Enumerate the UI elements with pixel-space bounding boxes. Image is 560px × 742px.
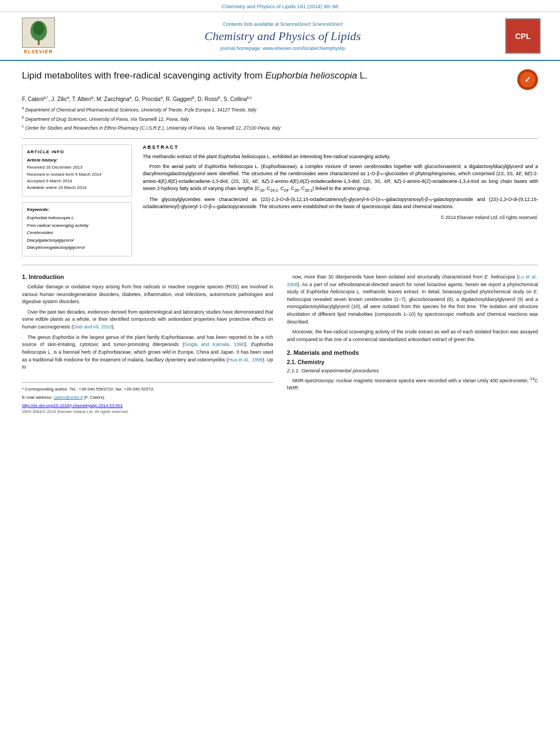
keyword-3: Cerebrosides [27,229,127,237]
accepted-date: Accepted 6 March 2014 [27,178,127,185]
section2-title: 2. Materials and methods [287,349,539,356]
left-column: ARTICLE INFO Article history: Received 1… [22,144,132,256]
footnote-star-text: * Corresponding author. Tel.: +39 040 55… [22,387,154,392]
methods-para1: NMR-spectroscopy: nuclear magnetic reson… [287,376,539,392]
abstract-heading: ABSTRACT [143,144,538,150]
footnote-area: * Corresponding author. Tel.: +39 040 55… [22,382,273,414]
elsevier-logo: ELSEVIER [16,18,60,54]
ref-dixit[interactable]: Dixit and Ali, 2010 [73,324,111,330]
section-divider [22,265,538,265]
article-title-plain: Lipid metabolites with free-radical scav… [22,70,265,81]
affiliation-c: c Center for Studies and Researches in E… [22,124,538,132]
abstract-para3: The glycosylglycerides were characterize… [143,196,538,210]
ref-singla[interactable]: Singla and Kamala, 1990 [184,342,244,347]
article-title-end: L. [357,70,367,81]
received-date: Received 16 December 2013 [27,164,127,171]
section2-1-1-title: 2.1.1. General experimental procedures [287,367,539,373]
journal-homepage[interactable]: journal homepage: www.elsevier.com/locat… [71,46,494,51]
email-link[interactable]: cateni@units.it [54,395,83,400]
doi-line[interactable]: http://dx.doi.org/10.1016/j.chemphyslip.… [22,403,273,408]
page-wrapper: Chemistry and Physics of Lipids 181 (201… [0,0,560,742]
abstract-para1: The methanolic extract of the plant Euph… [143,153,538,160]
keyword-4: Diacylgalactosylglycerol [27,237,127,244]
cpl-logo-box: CPL [505,18,541,54]
contents-link[interactable]: Contents lists available at ScienceDirec… [71,21,494,27]
elsevier-text: ELSEVIER [24,49,53,54]
elsevier-tree-icon [22,18,55,48]
intro-para1: Cellular damage or oxidative injury aris… [22,283,273,306]
ref-hua[interactable]: Hua et al., 1999 [228,357,262,362]
right-column: ABSTRACT The methanolic extract of the p… [143,144,538,256]
svg-point-3 [33,22,44,35]
crossmark-logo[interactable]: ✓ [517,69,538,90]
article-info-box: ARTICLE INFO Article history: Received 1… [22,144,132,197]
affiliation-b: b Department of Drug Sciences, Universit… [22,115,538,123]
section2-1-title: 2.1. Chemistry [287,359,539,365]
journal-header: ELSEVIER Contents lists available at Sci… [0,12,560,61]
keyword-1: Euphorbia helioscopia L. [27,214,127,222]
doi-link[interactable]: http://dx.doi.org/10.1016/j.chemphyslip.… [22,403,123,408]
intro-right-para1: now, more than 30 diterpenoids have been… [287,274,539,326]
abstract-section: ABSTRACT The methanolic extract of the p… [143,144,538,220]
abstract-para2: From the aerial parts of Euphorbia helio… [143,163,538,193]
article-title-row: Lipid metabolites with free-radical scav… [22,69,538,90]
svg-text:✓: ✓ [524,75,531,84]
journal-citation: Chemistry and Physics of Lipids 181 (201… [222,3,338,9]
available-date: Available online 19 March 2014 [27,185,127,191]
keywords-label: Keywords: [27,207,127,212]
abstract-copyright: © 2014 Elsevier Ireland Ltd. All rights … [143,215,538,220]
affiliations-block: a Department of Chemical and Pharmaceuti… [22,105,538,132]
journal-citation-bar: Chemistry and Physics of Lipids 181 (201… [0,0,560,12]
journal-name: Chemistry and Physics of Lipids [71,29,494,43]
keyword-5: Diacylmonogalactosylglycerol [27,244,127,252]
authors-line: F. Catenia,*, J. Zilica, T. Altieria, M.… [22,96,538,102]
revised-date: Received in revised form 5 March 2014 [27,171,127,178]
abstract-text: The methanolic extract of the plant Euph… [143,153,538,210]
journal-title-block: Contents lists available at ScienceDirec… [71,21,494,51]
article-info-abstract-row: ARTICLE INFO Article history: Received 1… [22,138,538,256]
keywords-list: Euphorbia helioscopia L. Free-radical sc… [27,214,127,252]
body-content: 1. Introduction Cellular damage or oxida… [22,274,538,414]
intro-right-para2: Moreover, the free-radical scavenging ac… [287,328,539,343]
intro-para3: The genus Euphorbia is the largest genus… [22,334,273,371]
footnote-star: * Corresponding author. Tel.: +39 040 55… [22,386,273,393]
main-content: Lipid metabolites with free-radical scav… [0,61,560,425]
body-right: now, more than 30 diterpenoids have been… [287,274,539,414]
affiliation-a: a Department of Chemical and Pharmaceuti… [22,105,538,114]
cpl-logo: CPL [505,18,544,54]
article-dates: Received 16 December 2013 Received in re… [27,164,127,192]
body-left: 1. Introduction Cellular damage or oxida… [22,274,273,414]
copyright-footer: 0009-3084/© 2014 Elsevier Ireland Ltd. A… [22,409,273,414]
keyword-2: Free-radical scavenging activity [27,222,127,230]
section1-title: 1. Introduction [22,274,273,280]
keywords-box: Keywords: Euphorbia helioscopia L. Free-… [22,202,132,256]
history-label: Article history: [27,158,127,163]
crossmark-icon: ✓ [517,69,538,90]
article-title-italic: Euphorbia helioscopia [265,70,357,81]
section1-right-body: now, more than 30 diterpenoids have been… [287,274,539,344]
article-title: Lipid metabolites with free-radical scav… [22,69,517,82]
section1-body: Cellular damage or oxidative injury aris… [22,283,273,371]
intro-para2: Over the past two decades, evidences der… [22,309,273,331]
section2-1-1-body: NMR-spectroscopy: nuclear magnetic reson… [287,376,539,392]
footnote-email: E-mail address: cateni@units.it (F. Cate… [22,394,273,401]
article-info-heading: ARTICLE INFO [27,149,127,154]
